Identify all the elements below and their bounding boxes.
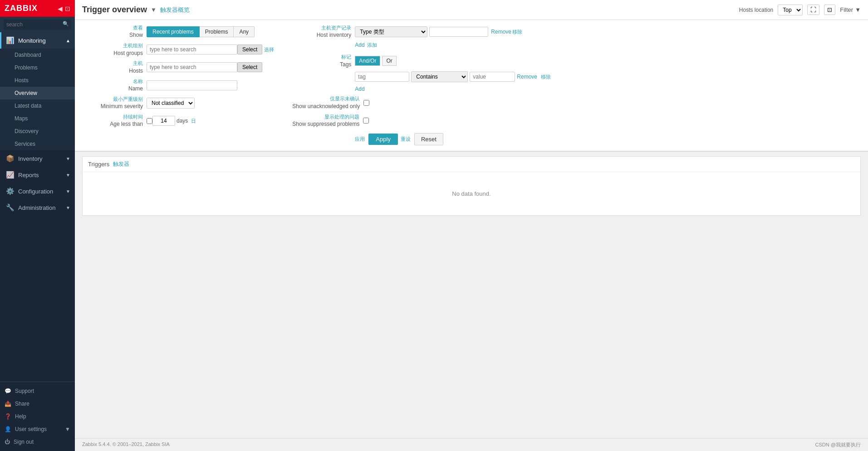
name-label-cn: 名称 bbox=[84, 78, 143, 85]
host-inventory-add-cn: 添加 bbox=[367, 42, 377, 48]
sidebar-item-services[interactable]: Services bbox=[0, 138, 75, 150]
show-problems-btn[interactable]: Problems bbox=[200, 26, 234, 37]
show-label-en: Show bbox=[84, 31, 143, 39]
sidebar-item-support[interactable]: 💬 Support bbox=[0, 385, 75, 397]
filter-show-suppressed-row: 显示处理的问题 Show suppressed problems bbox=[292, 114, 551, 128]
sidebar-item-user-settings[interactable]: 👤 User settings ▼ bbox=[0, 423, 75, 436]
age-checkbox[interactable] bbox=[147, 118, 152, 124]
triggers-table-title: Triggers bbox=[88, 161, 109, 168]
hosts-location-select[interactable]: Top Left bbox=[778, 5, 803, 15]
host-groups-label-cn: 主机组别 bbox=[84, 42, 143, 49]
hosts-location-label: Hosts location bbox=[739, 7, 773, 13]
apply-btn[interactable]: Apply bbox=[368, 134, 398, 145]
monitoring-icon: 📊 bbox=[6, 36, 15, 45]
filter-left-col: 查看 Show Recent problems Problems Any 主机组… bbox=[84, 25, 274, 145]
share-label: Share bbox=[15, 401, 29, 407]
tag-name-input[interactable] bbox=[355, 72, 409, 82]
host-groups-input[interactable] bbox=[147, 45, 237, 55]
apply-cn: 应用 bbox=[355, 136, 365, 143]
hosts-select-btn[interactable]: Select bbox=[237, 62, 262, 72]
filter-hosts-row: 主机 Hosts Select bbox=[84, 60, 274, 74]
sidebar-item-overview[interactable]: Overview bbox=[0, 87, 75, 99]
sidebar-item-inventory[interactable]: 📦 Inventory ▼ bbox=[0, 150, 75, 167]
hosts-label-en: Hosts bbox=[84, 67, 143, 75]
reset-cn: 重设 bbox=[401, 136, 411, 143]
filter-show-row: 查看 Show Recent problems Problems Any bbox=[84, 25, 274, 39]
sidebar-search-input[interactable] bbox=[4, 20, 71, 30]
sidebar-item-reports[interactable]: 📈 Reports ▼ bbox=[0, 167, 75, 183]
configuration-icon: ⚙️ bbox=[6, 187, 15, 195]
sidebar-nav: 📊 Monitoring ▲ Dashboard Problems Hosts … bbox=[0, 32, 75, 382]
sidebar-kiosk-btn[interactable]: ⊡ bbox=[65, 5, 70, 12]
show-suppressed-cn: 显示处理的问题 bbox=[292, 114, 359, 120]
name-label-en: Name bbox=[84, 85, 143, 93]
monitoring-submenu: Dashboard Problems Hosts Overview Latest… bbox=[0, 49, 75, 150]
reports-icon: 📈 bbox=[6, 171, 15, 179]
host-inventory-value-input[interactable] bbox=[429, 27, 488, 37]
sidebar-item-latest-data[interactable]: Latest data bbox=[0, 99, 75, 112]
tags-andor-btn[interactable]: And/Or bbox=[355, 56, 380, 66]
sidebar-item-dashboard[interactable]: Dashboard bbox=[0, 49, 75, 61]
help-icon: ❓ bbox=[5, 413, 11, 420]
sidebar-item-maps[interactable]: Maps bbox=[0, 112, 75, 125]
tag-value-input[interactable] bbox=[470, 72, 515, 82]
sidebar-item-reports-label: Reports bbox=[18, 172, 66, 178]
host-inventory-add-link[interactable]: Add bbox=[355, 42, 364, 48]
user-settings-chevron: ▼ bbox=[65, 426, 70, 432]
footer: Zabbix 5.4.4. © 2001–2021, Zabbix SIA CS… bbox=[75, 438, 868, 451]
host-inventory-remove-link[interactable]: Remove bbox=[491, 29, 511, 35]
sidebar-item-discovery[interactable]: Discovery bbox=[0, 125, 75, 138]
tag-contains-select[interactable]: Contains Equals Does not contain bbox=[411, 71, 468, 82]
filter-toggle-btn[interactable]: Filter ▼ bbox=[840, 6, 861, 13]
host-groups-select-cn: 选择 bbox=[264, 46, 274, 53]
sidebar-bottom: 💬 Support 📤 Share ❓ Help 👤 User settings… bbox=[0, 382, 75, 451]
kiosk-btn[interactable]: ⊡ bbox=[824, 5, 835, 15]
share-icon: 📤 bbox=[5, 401, 11, 407]
inventory-chevron: ▼ bbox=[66, 156, 70, 161]
hosts-input[interactable] bbox=[147, 62, 237, 72]
topbar-left: Trigger overview ▼ 触发器概览 bbox=[82, 5, 190, 15]
host-inventory-type-select[interactable]: Type 类型 Alias OS Hardware Software bbox=[355, 26, 427, 37]
age-label-cn: 持续时间 bbox=[84, 114, 143, 120]
tags-or-btn[interactable]: Or bbox=[382, 56, 396, 66]
fullscreen-btn[interactable]: ⛶ bbox=[807, 5, 819, 15]
filter-icon: ▼ bbox=[855, 6, 861, 13]
tag-remove-link[interactable]: Remove bbox=[517, 74, 537, 80]
sidebar-item-sign-out[interactable]: ⏻ Sign out bbox=[0, 436, 75, 448]
sidebar-item-configuration[interactable]: ⚙️ Configuration ▼ bbox=[0, 183, 75, 199]
filter-label: Filter bbox=[840, 6, 853, 13]
min-severity-select[interactable]: Not classified Information Warning Avera… bbox=[147, 98, 195, 109]
configuration-chevron: ▼ bbox=[66, 189, 70, 194]
show-suppressed-checkbox[interactable] bbox=[363, 118, 369, 124]
topbar: Trigger overview ▼ 触发器概览 Hosts location … bbox=[75, 0, 868, 20]
age-value-input[interactable] bbox=[152, 116, 175, 126]
sidebar-item-help[interactable]: ❓ Help bbox=[0, 410, 75, 423]
reset-btn[interactable]: Reset bbox=[414, 133, 443, 145]
filter-name-row: 名称 Name bbox=[84, 78, 274, 93]
page-title: Trigger overview bbox=[82, 5, 147, 15]
sidebar-item-hosts[interactable]: Hosts bbox=[0, 74, 75, 87]
show-any-btn[interactable]: Any bbox=[234, 26, 255, 37]
sidebar-item-monitoring[interactable]: 📊 Monitoring ▲ bbox=[0, 32, 75, 49]
sidebar-item-problems[interactable]: Problems bbox=[0, 61, 75, 74]
sidebar-collapse-btn[interactable]: ◀ bbox=[58, 5, 63, 12]
show-recent-problems-btn[interactable]: Recent problems bbox=[147, 26, 200, 37]
filter-age-row: 持续时间 Age less than days 日 bbox=[84, 114, 274, 128]
sidebar-item-inventory-label: Inventory bbox=[18, 155, 66, 162]
page-title-dropdown-btn[interactable]: ▼ bbox=[151, 6, 157, 13]
monitoring-chevron: ▲ bbox=[66, 38, 70, 43]
sidebar: ZABBIX ◀ ⊡ 📊 Monitoring ▲ Dashboard Prob… bbox=[0, 0, 75, 451]
sidebar-item-administration[interactable]: 🔧 Administration ▼ bbox=[0, 199, 75, 216]
tag-add-link[interactable]: Add bbox=[355, 86, 364, 92]
help-label: Help bbox=[15, 413, 26, 420]
show-suppressed-en: Show suppressed problems bbox=[292, 120, 359, 128]
show-unack-en: Show unacknowledged only bbox=[292, 103, 360, 110]
host-groups-select-btn[interactable]: Select bbox=[237, 45, 262, 55]
filter-right-col: 主机资产记录 Host inventory Type 类型 Alias OS H… bbox=[292, 25, 551, 145]
filter-panel: 查看 Show Recent problems Problems Any 主机组… bbox=[75, 20, 868, 152]
name-input[interactable] bbox=[147, 80, 237, 90]
no-data-text: No data found. bbox=[452, 190, 490, 197]
sidebar-item-share[interactable]: 📤 Share bbox=[0, 397, 75, 410]
min-severity-label-en: Minimum severity bbox=[84, 103, 143, 110]
show-unack-checkbox[interactable] bbox=[363, 100, 369, 106]
